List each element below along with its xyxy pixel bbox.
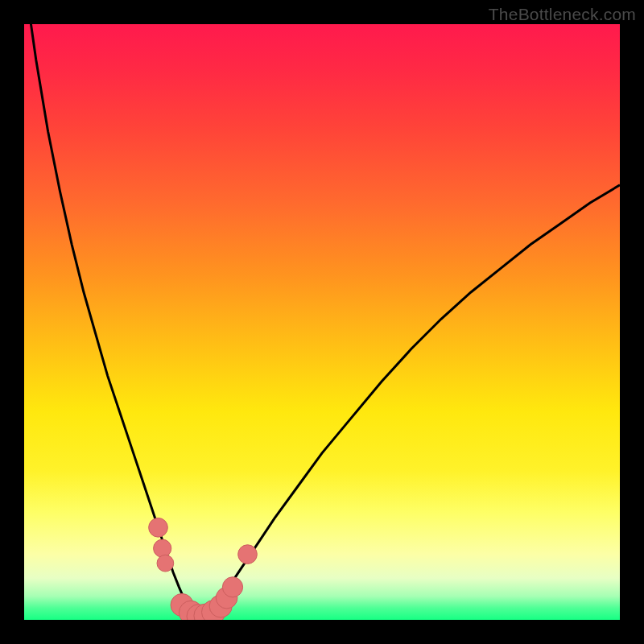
data-marker — [222, 577, 242, 597]
data-marker — [238, 545, 258, 564]
data-marker — [154, 539, 171, 557]
chart-svg — [24, 24, 620, 620]
watermark-text: TheBottleneck.com — [489, 5, 636, 24]
plot-area — [24, 24, 620, 620]
bottleneck-curve — [24, 24, 620, 619]
data-marker — [149, 518, 168, 537]
data-marker — [157, 555, 174, 572]
outer-frame: TheBottleneck.com — [0, 0, 644, 644]
